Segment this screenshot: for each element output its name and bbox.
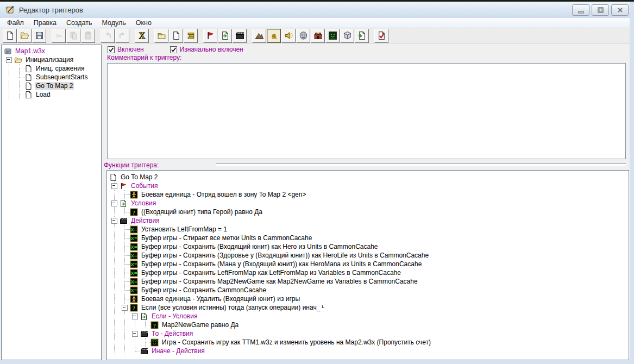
new-action-icon [235,31,244,40]
menu-item-4[interactable]: Окно [131,18,156,27]
new-event-icon [206,31,215,40]
new-trigger-button[interactable] [169,29,183,43]
new-trigger-icon [172,31,181,40]
paste-button[interactable] [81,29,95,43]
import-manager-button[interactable] [355,29,369,43]
collapse-expander-icon[interactable] [111,183,117,189]
collapse-expander-icon[interactable] [122,305,128,311]
tree-row[interactable]: X=Буфер игры - Сохранить LeftFromMap как… [107,268,629,277]
ai-editor-button[interactable] [325,29,340,43]
tree-indent [109,329,120,338]
tree-row[interactable]: То - Действия [107,329,629,338]
copy-button[interactable] [66,29,80,43]
toolbar-group [101,29,130,43]
tree-item-label: Условия [130,199,157,207]
comment-label: Комментарий к триггеру: [107,54,181,61]
tree-row[interactable]: Условия [107,199,629,208]
object-manager-button[interactable] [340,29,354,43]
tree-row[interactable]: ?((Входящий юнит) типа Герой) равно Да [107,208,629,216]
tree-row[interactable]: Боевая единица - Отряд вошел в зону To M… [107,190,629,199]
sound-editor-button[interactable] [281,29,296,43]
campaign-editor-icon [313,31,323,40]
tree-indent [4,73,14,81]
svg-text:?: ? [133,209,136,215]
collapse-expander-icon[interactable] [111,200,117,206]
tree-row[interactable]: ?Map2NewGame равно Да [107,321,629,329]
minimize-button[interactable] [572,4,589,16]
cut-button[interactable]: ✂ [52,29,66,43]
collapse-expander-icon[interactable] [6,57,12,63]
tree-row[interactable]: X=Буфер игры - Стирает все метки Units в… [107,234,629,242]
tree-row[interactable]: Load [2,90,101,99]
tree-indent [109,347,120,355]
tree-row[interactable]: X=Буфер игры - Сохранить Map2NewGame как… [107,277,629,286]
trigger-list-panel[interactable]: Map1.w3xИнициализацияИниц. сраженияSubse… [1,45,102,360]
new-category-button[interactable] [154,29,168,43]
menu-item-2[interactable]: Создать [61,18,97,27]
new-condition-button[interactable] [218,29,232,43]
unit-icon [130,191,138,199]
functions-panel[interactable]: Go To Map 2СобытияБоевая единица - Отряд… [106,170,629,360]
terrain-editor-button[interactable] [252,29,266,43]
svg-text:?: ? [153,322,156,328]
tree-indent [120,260,130,268]
open-button[interactable] [17,29,32,43]
setvar-icon: X= [130,286,138,294]
tree-indent [109,242,120,251]
comment-textarea[interactable] [107,63,626,159]
undo-button[interactable] [101,29,115,43]
close-button[interactable] [611,4,629,16]
tree-row[interactable]: Go To Map 2 [107,173,629,181]
tree-row[interactable]: Игра - Сохранить игру как TTM1.w3z и изм… [107,338,629,347]
tree-indent [109,321,120,329]
tree-row[interactable]: Map1.w3x [2,47,101,55]
trigger-flags-row: Включен Изначально включен [108,45,243,53]
collapse-expander-icon[interactable] [132,313,138,319]
tree-row[interactable]: X=Установить LeftFromMap = 1 [107,225,629,234]
tree-row[interactable]: Если - Условия [107,312,629,321]
collapse-expander-icon[interactable] [111,218,117,224]
tree-row[interactable]: Иначе - Действия [107,347,629,355]
object-editor-button[interactable] [296,29,310,43]
tree-indent [120,234,130,242]
tree-row[interactable]: ?Если (все условия истинны) тогда (запус… [107,303,629,312]
new-action-button[interactable] [233,29,247,43]
delete-button[interactable]: X [135,29,149,43]
enabled-checkbox[interactable] [108,46,115,53]
collapse-expander-icon[interactable] [132,331,138,337]
tree-row[interactable]: X=Буфер игры - Сохранить (Входящий юнит)… [107,242,629,251]
undo-icon [103,31,112,40]
trigger-editor-button[interactable]: a [267,29,281,43]
menu-item-3[interactable]: Модуль [97,18,130,27]
maximize-button[interactable] [592,4,609,16]
tree-row[interactable]: Go To Map 2 [2,81,101,90]
window-title: Редактор триггеров [19,6,83,14]
test-map-button[interactable] [374,29,388,43]
comment-functions-splitter[interactable] [216,164,626,166]
delete-icon: X [137,31,147,40]
titlebar[interactable]: Редактор триггеров [0,2,634,18]
tree-item-label: Боевая единица - Отряд вошел в зону To M… [140,191,307,198]
initially-on-checkbox[interactable] [170,46,177,53]
tree-indent [130,347,140,355]
tree-row[interactable]: Инициализация [2,55,101,64]
new-comment-button[interactable] [184,29,198,43]
tree-row[interactable]: X=Буфер игры - Сохранить CammonCacahe [107,286,629,294]
close-icon [616,6,624,14]
new-event-button[interactable] [203,29,217,43]
menu-item-0[interactable]: Файл [2,18,29,27]
save-button[interactable] [32,29,46,43]
tree-row[interactable]: X=Буфер игры - Сохранить (Здоровье у (Вх… [107,251,629,260]
new-button[interactable] [3,29,17,43]
tree-indent [120,277,130,286]
menu-item-1[interactable]: Правка [29,18,61,27]
campaign-editor-button[interactable] [311,29,325,43]
tree-row[interactable]: X=Буфер игры - Сохранить (Мана у (Входящ… [107,260,629,268]
tree-row[interactable]: События [107,181,629,190]
redo-button[interactable] [115,29,129,43]
tree-row[interactable]: Действия [107,216,629,225]
toolbar-group [154,29,198,43]
tree-row[interactable]: SubsequentStarts [2,73,101,81]
tree-row[interactable]: Боевая единица - Удалить (Входящий юнит)… [107,294,629,303]
tree-row[interactable]: Иниц. сражения [2,64,101,73]
